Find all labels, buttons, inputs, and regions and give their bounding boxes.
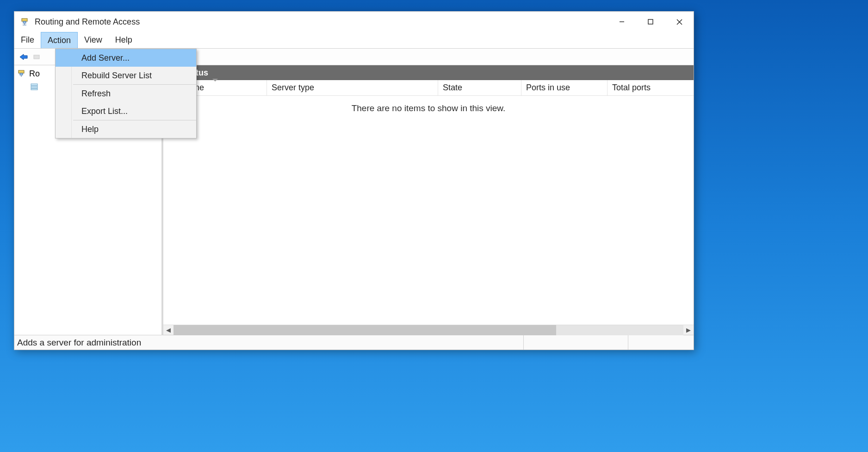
svg-rect-12	[31, 84, 37, 86]
server-status-tree-icon	[30, 82, 38, 91]
window-title: Routing and Remote Access	[35, 17, 140, 27]
statusbar-text: Adds a server for administration	[17, 338, 141, 348]
menu-help[interactable]: Help	[109, 32, 139, 48]
menu-item-rebuild-server-list[interactable]: Rebuild Server List	[56, 67, 196, 84]
menu-item-add-server[interactable]: Add Server...	[56, 49, 196, 67]
server-tree-icon	[17, 69, 25, 78]
col-server-type[interactable]: Server type	[267, 80, 438, 95]
action-dropdown: Add Server... Rebuild Server List Refres…	[55, 49, 197, 138]
svg-rect-13	[31, 86, 37, 88]
svg-rect-10	[20, 73, 23, 75]
column-headers: ver Name Server type State Ports in use …	[163, 80, 694, 96]
svg-rect-14	[31, 88, 37, 90]
mmc-window: Routing and Remote Access File Action Vi…	[14, 11, 694, 350]
menu-item-refresh[interactable]: Refresh	[56, 85, 196, 102]
svg-rect-1	[23, 21, 26, 23]
content-pane: ver Status ver Name Server type State Po…	[163, 65, 694, 335]
menu-action[interactable]: Action	[41, 32, 78, 48]
menu-item-help[interactable]: Help	[56, 120, 196, 138]
scroll-track[interactable]	[174, 325, 683, 335]
maximize-button[interactable]	[636, 12, 665, 32]
scroll-right-button[interactable]: ▶	[683, 325, 694, 335]
back-button[interactable]	[18, 51, 29, 63]
svg-rect-0	[22, 19, 27, 21]
close-button[interactable]	[665, 12, 694, 32]
titlebar: Routing and Remote Access	[14, 12, 694, 32]
col-total-ports[interactable]: Total ports	[608, 80, 694, 95]
menubar: File Action View Help	[14, 32, 694, 49]
statusbar: Adds a server for administration	[14, 335, 694, 350]
col-ports-in-use[interactable]: Ports in use	[521, 80, 608, 95]
menu-file[interactable]: File	[14, 32, 41, 48]
forward-button[interactable]	[32, 51, 43, 63]
app-icon	[20, 17, 29, 26]
minimize-button[interactable]	[608, 12, 636, 32]
col-state[interactable]: State	[438, 80, 521, 95]
svg-rect-9	[19, 70, 24, 73]
statusbar-cell-2	[628, 335, 694, 350]
svg-rect-8	[34, 55, 39, 59]
content-header: ver Status	[163, 65, 694, 80]
scroll-left-button[interactable]: ◀	[163, 325, 174, 335]
menu-view[interactable]: View	[78, 32, 109, 48]
menu-item-export-list[interactable]: Export List...	[56, 102, 196, 120]
scroll-thumb[interactable]	[174, 325, 556, 335]
horizontal-scrollbar[interactable]: ◀ ▶	[163, 325, 694, 335]
window-controls	[608, 12, 694, 32]
empty-message: There are no items to show in this view.	[163, 96, 694, 113]
tree-root-label: Ro	[29, 69, 40, 79]
svg-rect-5	[648, 19, 653, 24]
statusbar-cell-1	[523, 335, 628, 350]
